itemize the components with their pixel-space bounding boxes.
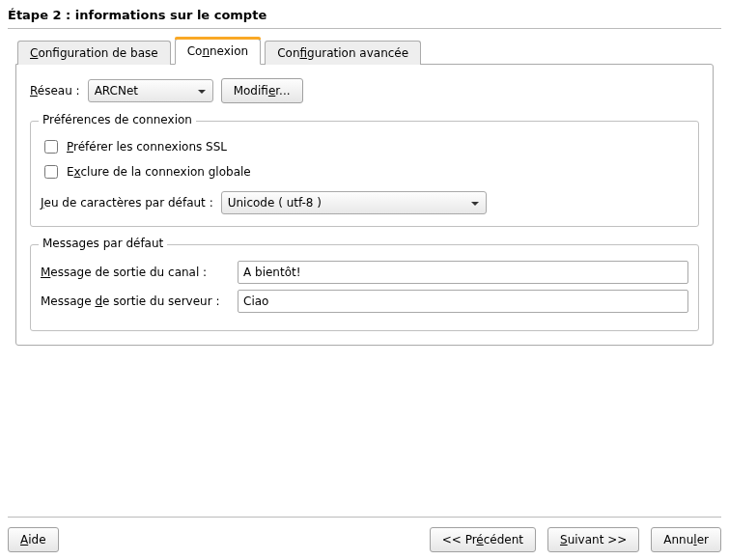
- tab-connection[interactable]: Connexion: [175, 39, 262, 65]
- btn-rest: r...: [275, 84, 290, 98]
- btn-rest: uivant >>: [568, 533, 628, 546]
- connection-prefs-group: Préférences de connexion Préférer les co…: [30, 121, 699, 227]
- label-rest: e sortie du serveur :: [102, 294, 219, 308]
- label-rest: référer les connexions SSL: [73, 140, 227, 154]
- tab-label-rest: iguration avancée: [307, 46, 408, 60]
- tab-label-pre: Co: [187, 44, 203, 58]
- tab-bar: Configuration de base Connexion Configur…: [15, 39, 714, 65]
- network-select[interactable]: ARCNet: [88, 79, 213, 102]
- mnemonic: P: [67, 140, 73, 154]
- mnemonic: M: [41, 266, 50, 279]
- label-rest: essage de sortie du canal :: [50, 266, 207, 279]
- label-pre: Message: [41, 294, 95, 308]
- mnemonic: n: [202, 44, 210, 58]
- next-button[interactable]: Suivant >>: [547, 527, 639, 552]
- mnemonic: f: [299, 46, 307, 60]
- prefer-ssl-label: Préférer les connexions SSL: [67, 140, 227, 154]
- tab-label: onfiguration de base: [38, 46, 157, 60]
- tab-advanced-config[interactable]: Configuration avancée: [265, 41, 421, 65]
- part-message-input[interactable]: [238, 261, 688, 284]
- footer: Aide << Précédent Suivant >> Annuler: [0, 509, 729, 560]
- cancel-button[interactable]: Annuler: [651, 527, 721, 552]
- default-messages-group: Messages par défaut Message de sortie du…: [30, 244, 699, 331]
- connection-prefs-legend: Préférences de connexion: [39, 113, 196, 126]
- btn-rest: ide: [28, 533, 45, 546]
- footer-divider: [8, 517, 721, 518]
- label-rest: éseau :: [38, 84, 80, 98]
- quit-message-input[interactable]: [238, 290, 688, 313]
- prefer-ssl-checkbox[interactable]: [44, 140, 58, 154]
- tab-basic-config[interactable]: Configuration de base: [17, 41, 171, 65]
- charset-label: Jeu de caractères par défaut :: [41, 196, 213, 210]
- page-title: Étape 2 : informations sur le compte: [8, 8, 721, 28]
- exclude-global-label: Exclure de la connexion globale: [67, 165, 251, 179]
- exclude-global-checkbox[interactable]: [44, 165, 58, 179]
- back-button[interactable]: << Précédent: [430, 527, 536, 552]
- btn-rest: er: [697, 533, 709, 546]
- btn-rest: cédent: [484, 533, 523, 546]
- label-rest: clure de la connexion globale: [80, 165, 250, 179]
- mnemonic: é: [476, 533, 483, 546]
- help-button[interactable]: Aide: [8, 527, 59, 552]
- network-label: Réseau :: [30, 84, 80, 98]
- mnemonic: S: [560, 533, 568, 546]
- charset-select[interactable]: Unicode ( utf-8 ): [221, 191, 487, 214]
- quit-message-label: Message de sortie du serveur :: [41, 294, 230, 308]
- tab-label-pre: Con: [277, 46, 299, 60]
- btn-pre: << Pr: [442, 533, 477, 546]
- tab-panel-connection: Réseau : ARCNet Modifier... Préférences …: [15, 64, 714, 346]
- mnemonic: A: [20, 533, 28, 546]
- btn-pre: Annu: [663, 533, 693, 546]
- modify-button[interactable]: Modifier...: [221, 78, 303, 103]
- divider: [8, 28, 721, 29]
- label-rest: eu de caractères par défaut :: [44, 196, 213, 210]
- part-message-label: Message de sortie du canal :: [41, 266, 230, 279]
- mnemonic: R: [30, 84, 38, 98]
- mnemonic: d: [95, 294, 102, 308]
- label-pre: E: [67, 165, 74, 179]
- btn-pre: Modifi: [234, 84, 268, 98]
- default-messages-legend: Messages par défaut: [39, 237, 167, 250]
- tab-label-rest: nexion: [210, 44, 248, 58]
